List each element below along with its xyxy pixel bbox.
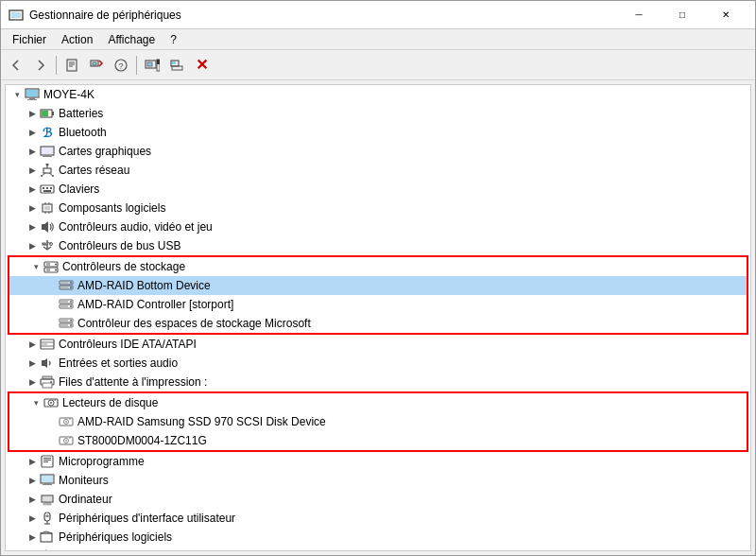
tree-item-entrees-sorties[interactable]: ▶ Entrées et sorties audio (6, 354, 750, 373)
tree-item-peripheriques-logiciels[interactable]: ▶ Périphériques logiciels (6, 528, 750, 547)
expand-claviers[interactable]: ▶ (25, 182, 40, 197)
svg-rect-14 (157, 60, 160, 64)
back-button[interactable] (5, 54, 27, 77)
batteries-label: Batteries (59, 107, 103, 120)
svg-marker-47 (42, 221, 48, 233)
tree-item-microprogramme[interactable]: ▶ Microprogramme (6, 452, 750, 471)
expand-peripheriques-hid[interactable]: ▶ (25, 511, 40, 526)
expand-composants[interactable]: ▶ (25, 200, 40, 216)
menu-affichage[interactable]: Affichage (100, 29, 163, 50)
tree-item-batteries[interactable]: ▶ Batteries (6, 104, 750, 123)
expand-peripheriques-systeme[interactable]: ▶ (25, 548, 40, 551)
controleurs-ide-label: Contrôleurs IDE ATA/ATAPI (59, 338, 197, 351)
ide-icon (40, 337, 55, 352)
svg-point-53 (55, 264, 57, 266)
svg-rect-57 (46, 269, 50, 271)
tree-item-moniteurs[interactable]: ▶ Moniteurs (6, 471, 750, 490)
tree-item-peripheriques-hid[interactable]: ▶ Périphériques d'interface utilisateur (6, 509, 750, 528)
update-driver-button[interactable] (85, 54, 108, 77)
svg-point-35 (52, 175, 54, 177)
expand-controleurs-usb[interactable]: ▶ (25, 238, 40, 253)
expand-microprogramme[interactable]: ▶ (25, 454, 40, 469)
bluetooth-icon: ℬ (40, 125, 55, 140)
battery-icon (40, 106, 55, 121)
expand-controleurs-audio[interactable]: ▶ (25, 219, 40, 235)
svg-point-95 (65, 440, 67, 442)
svg-rect-23 (42, 111, 48, 116)
computer-icon (25, 87, 40, 102)
expand-cartes-reseau[interactable]: ▶ (25, 163, 40, 178)
tree-item-controleurs-usb[interactable]: ▶ Contrôleurs de bus USB (6, 236, 750, 255)
minimize-button[interactable]: ─ (617, 1, 661, 29)
help-button[interactable]: ? (110, 54, 132, 77)
svg-rect-40 (43, 190, 51, 192)
svg-point-72 (70, 320, 72, 321)
tree-item-amd-samsung[interactable]: ▶ AMD-RAID Samsung SSD 970 SCSI Disk Dev… (9, 412, 747, 431)
svg-rect-20 (29, 97, 35, 99)
tree-item-peripheriques-systeme[interactable]: ▶ Périphériques système (6, 547, 750, 551)
tree-item-controleurs-ide[interactable]: ▶ Contrôleurs IDE ATA/ATAPI (6, 335, 750, 354)
tree-root[interactable]: ▾ MOYE-4K (6, 85, 750, 104)
tree-item-amd-raid-bottom[interactable]: ▶ AMD-RAID Bottom Device (9, 276, 747, 295)
firmware-icon (40, 454, 55, 469)
window-icon (9, 8, 24, 23)
svg-rect-54 (46, 263, 50, 266)
menu-action[interactable]: Action (54, 29, 100, 50)
expand-lecteurs-disque[interactable]: ▾ (28, 395, 43, 410)
expand-controleurs-ide[interactable]: ▶ (25, 337, 40, 352)
tree-item-files-attente[interactable]: ▶ Files d'attente à l'impression : (6, 373, 750, 391)
tree-item-controleurs-stockage[interactable]: ▾ Contrôleurs de stockage (9, 257, 747, 276)
svg-rect-42 (44, 206, 50, 210)
scan-changes-button[interactable] (141, 54, 163, 77)
expand-files-attente[interactable]: ▶ (25, 374, 40, 390)
svg-rect-79 (42, 343, 47, 345)
tree-item-composants[interactable]: ▶ Composants logiciels (6, 199, 750, 217)
svg-marker-80 (42, 358, 47, 368)
tree-item-controleurs-audio[interactable]: ▶ Contrôleurs audio, vidéo et jeu (6, 217, 750, 236)
properties-button[interactable] (60, 54, 83, 77)
expand-moniteurs[interactable]: ▶ (25, 473, 40, 488)
tree-item-cartes-reseau[interactable]: ▶ Cartes réseau (6, 161, 750, 180)
device-tree[interactable]: ▾ MOYE-4K ▶ (5, 84, 751, 551)
window-controls: ─ □ ✕ (617, 1, 747, 29)
device-properties-button[interactable] (165, 54, 188, 77)
tree-item-claviers[interactable]: ▶ Claviers (6, 180, 750, 199)
svg-rect-19 (26, 90, 38, 96)
uninstall-button[interactable]: ✕ (190, 54, 213, 77)
svg-rect-28 (43, 156, 52, 157)
svg-rect-99 (43, 460, 51, 460)
tree-item-cartes-graphiques[interactable]: ▶ Cartes graphiques (6, 142, 750, 161)
composants-label: Composants logiciels (59, 201, 165, 215)
svg-rect-106 (43, 496, 52, 501)
toolbar-sep-1 (56, 56, 57, 75)
close-button[interactable]: ✕ (704, 1, 747, 29)
maximize-button[interactable]: □ (661, 1, 704, 29)
svg-text:?: ? (118, 61, 123, 71)
tree-item-lecteurs-disque[interactable]: ▾ Lecteurs de disque (9, 393, 747, 412)
title-bar: Gestionnaire de périphériques ─ □ ✕ (1, 1, 755, 29)
expand-root[interactable]: ▾ (9, 87, 25, 102)
forward-button[interactable] (29, 54, 52, 77)
expand-bluetooth[interactable]: ▶ (25, 125, 40, 140)
expand-cartes-graphiques[interactable]: ▶ (25, 144, 40, 159)
menu-help[interactable]: ? (163, 29, 184, 50)
expand-ordinateur[interactable]: ▶ (25, 492, 40, 507)
claviers-label: Claviers (59, 182, 99, 196)
hid-icon (40, 511, 55, 526)
root-label: MOYE-4K (43, 88, 94, 101)
expand-entrees-sorties[interactable]: ▶ (25, 356, 40, 371)
svg-rect-39 (50, 187, 52, 189)
tree-item-controleur-espaces[interactable]: ▶ Contrôleur des espaces de stockage Mic… (9, 314, 747, 333)
network-icon (40, 163, 55, 178)
menu-fichier[interactable]: Fichier (5, 29, 54, 50)
tree-item-st8000[interactable]: ▶ ST8000DM0004-1ZC11G (9, 431, 747, 450)
svg-point-60 (70, 282, 72, 284)
expand-controleurs-stockage[interactable]: ▾ (28, 259, 43, 274)
amd-raid-controller-label: AMD-RAID Controller [storport] (77, 298, 233, 311)
tree-item-amd-raid-controller[interactable]: ▶ AMD-RAID Controller [storport] (9, 295, 747, 314)
tree-item-ordinateur[interactable]: ▶ Ordinateur (6, 490, 750, 509)
svg-rect-103 (44, 483, 50, 484)
tree-item-bluetooth[interactable]: ▶ ℬ Bluetooth (6, 123, 750, 142)
expand-peripheriques-logiciels[interactable]: ▶ (25, 530, 40, 545)
expand-batteries[interactable]: ▶ (25, 106, 40, 121)
